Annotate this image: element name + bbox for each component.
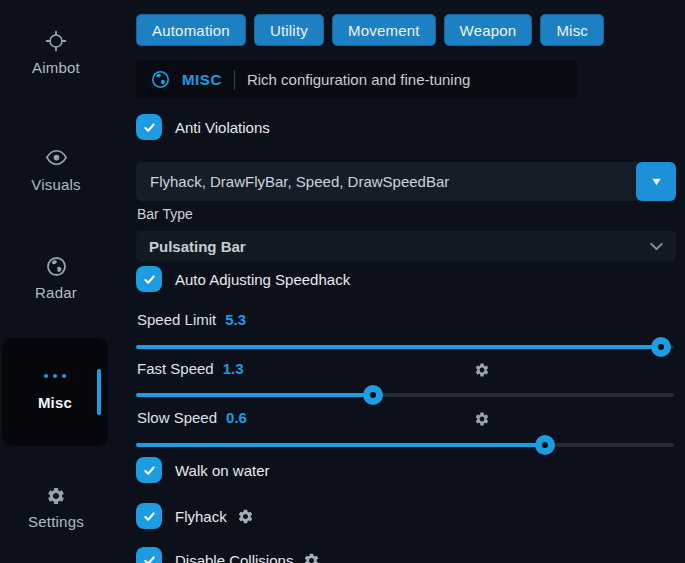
gear-icon — [46, 486, 66, 506]
slow-speed-slider[interactable] — [136, 435, 674, 455]
slider-fill — [136, 443, 545, 447]
speed-limit-slider[interactable] — [136, 337, 674, 357]
sidebar-item-misc[interactable]: Misc — [2, 338, 108, 446]
slow-speed-value: 0.6 — [226, 409, 247, 426]
bar-options-select[interactable]: Flyhack, DrawFlyBar, Speed, DrawSpeedBar — [136, 162, 676, 201]
fast-speed-value: 1.3 — [223, 360, 244, 377]
sidebar-item-label: Settings — [28, 513, 84, 530]
slow-speed-gear-icon[interactable] — [474, 411, 490, 427]
slider-fill — [136, 345, 661, 349]
sidebar-item-label: Aimbot — [32, 59, 80, 76]
fast-speed-slider[interactable] — [136, 385, 674, 405]
sidebar-item-radar[interactable]: Radar — [0, 256, 112, 301]
check-icon — [142, 272, 157, 287]
slow-speed-slider-handle[interactable] — [535, 435, 555, 455]
fast-speed-head: Fast Speed 1.3 — [137, 360, 244, 378]
eye-icon — [45, 146, 68, 169]
walk-on-water-label: Walk on water — [175, 462, 269, 479]
fast-speed-gear-icon[interactable] — [474, 362, 490, 378]
slow-speed-label: Slow Speed — [137, 409, 217, 426]
speed-limit-label: Speed Limit — [137, 311, 216, 328]
auto-adjusting-speedhack-label: Auto Adjusting Speedhack — [175, 271, 350, 288]
bar-type-value: Pulsating Bar — [136, 238, 246, 255]
flyhack-checkbox[interactable] — [136, 503, 162, 529]
sidebar-item-aimbot[interactable]: Aimbot — [0, 30, 112, 76]
flyhack-gear-icon[interactable] — [237, 508, 254, 525]
speed-limit-slider-handle[interactable] — [651, 337, 671, 357]
tab-movement[interactable]: Movement — [332, 14, 436, 46]
active-tab-indicator — [97, 369, 101, 415]
tab-bar: Automation Utility Movement Weapon Misc — [136, 14, 604, 46]
main-content: Automation Utility Movement Weapon Misc … — [136, 0, 676, 563]
crosshair-icon — [45, 30, 67, 52]
app-window: Aimbot Visuals Radar Misc Settings — [0, 0, 685, 563]
bar-type-select[interactable]: Pulsating Bar — [136, 231, 676, 262]
check-icon — [142, 509, 157, 524]
anti-violations-checkbox[interactable] — [136, 114, 162, 140]
tab-utility[interactable]: Utility — [254, 14, 324, 46]
fast-speed-slider-handle[interactable] — [363, 385, 383, 405]
globe-icon — [46, 256, 67, 277]
auto-adjusting-speedhack-checkbox[interactable] — [136, 266, 162, 292]
tab-weapon[interactable]: Weapon — [444, 14, 533, 46]
triangle-down-icon — [649, 174, 664, 189]
sidebar-item-visuals[interactable]: Visuals — [0, 146, 112, 193]
bar-options-dropdown-button[interactable] — [636, 162, 676, 201]
tab-misc[interactable]: Misc — [540, 14, 604, 46]
check-icon — [142, 120, 157, 135]
sidebar: Aimbot Visuals Radar Misc Settings — [0, 0, 118, 563]
ellipsis-icon — [44, 373, 66, 379]
bar-type-label: Bar Type — [137, 206, 193, 222]
globe-icon — [151, 70, 170, 89]
auto-adjusting-speedhack-row: Auto Adjusting Speedhack — [136, 266, 350, 292]
sidebar-item-settings[interactable]: Settings — [0, 486, 112, 530]
chevron-down-icon — [648, 238, 665, 255]
sidebar-item-label: Misc — [38, 394, 72, 411]
sidebar-item-label: Radar — [35, 284, 77, 301]
tab-automation[interactable]: Automation — [136, 14, 246, 46]
sidebar-item-label: Visuals — [31, 176, 80, 193]
disable-collisions-checkbox[interactable] — [136, 547, 162, 563]
speed-limit-value: 5.3 — [225, 311, 246, 328]
flyhack-label: Flyhack — [175, 508, 227, 525]
speed-limit-head: Speed Limit 5.3 — [137, 311, 246, 329]
disable-collisions-gear-icon[interactable] — [303, 552, 320, 563]
check-icon — [142, 463, 157, 478]
walk-on-water-row: Walk on water — [136, 457, 269, 483]
fast-speed-label: Fast Speed — [137, 360, 214, 377]
flyhack-row: Flyhack — [136, 503, 254, 529]
check-icon — [142, 553, 157, 563]
disable-collisions-row: Disable Collisions — [136, 547, 320, 563]
section-header: MISC Rich configuration and fine-tuning — [136, 60, 577, 99]
section-subtitle: Rich configuration and fine-tuning — [247, 71, 470, 88]
bar-options-value: Flyhack, DrawFlyBar, Speed, DrawSpeedBar — [136, 173, 449, 190]
slider-fill — [136, 393, 373, 397]
anti-violations-row: Anti Violations — [136, 114, 270, 140]
anti-violations-label: Anti Violations — [175, 119, 270, 136]
disable-collisions-label: Disable Collisions — [175, 552, 293, 563]
divider — [234, 70, 235, 90]
section-title: MISC — [182, 71, 222, 88]
slow-speed-head: Slow Speed 0.6 — [137, 409, 247, 427]
walk-on-water-checkbox[interactable] — [136, 457, 162, 483]
